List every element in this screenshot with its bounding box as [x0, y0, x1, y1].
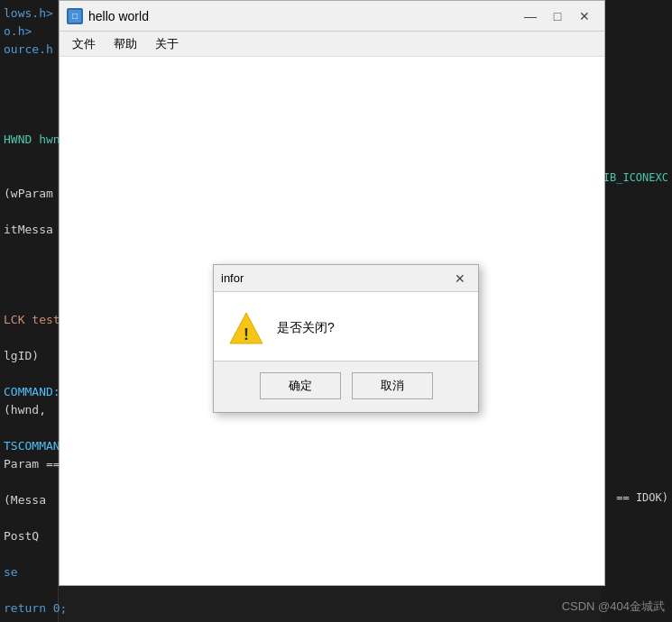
- code-line: se: [4, 563, 54, 581]
- code-line: PostQ: [4, 527, 54, 545]
- code-line: [4, 95, 54, 113]
- code-line: [4, 239, 54, 257]
- code-line: TSCOMMAN: [4, 437, 54, 455]
- menu-item-help[interactable]: 帮助: [105, 32, 146, 56]
- code-left-panel: lows.h> o.h> ource.h HWND hwn (wParam it…: [0, 0, 59, 622]
- code-line: LCK test: [4, 311, 54, 329]
- title-bar: □ hello world — □ ✕: [60, 1, 604, 32]
- code-right-panel: IB_ICONEXC == IDOK): [600, 0, 672, 622]
- dialog-title-bar: infor ✕: [214, 265, 478, 292]
- ok-button[interactable]: 确定: [260, 372, 341, 399]
- code-line: [4, 545, 54, 563]
- code-line: (wParam: [4, 185, 54, 203]
- warning-triangle-svg: !: [228, 310, 264, 346]
- code-line: [4, 257, 54, 275]
- code-line: [4, 509, 54, 527]
- code-line: [4, 581, 54, 599]
- code-line: [4, 59, 54, 77]
- code-line: Param ==: [4, 455, 54, 473]
- code-line: ource.h: [4, 41, 54, 59]
- code-line: [4, 365, 54, 383]
- code-line: [4, 77, 54, 95]
- code-line: [4, 275, 54, 293]
- menu-item-file[interactable]: 文件: [63, 32, 105, 56]
- dialog-separator: [214, 361, 478, 361]
- code-line: lgID): [4, 347, 54, 365]
- window-title: hello world: [88, 9, 516, 23]
- code-line: COMMAND:: [4, 383, 54, 401]
- close-button[interactable]: ✕: [572, 6, 597, 26]
- dialog-message: 是否关闭?: [277, 320, 335, 336]
- code-line: return 0;: [4, 599, 54, 617]
- code-line: o.h>: [4, 23, 54, 41]
- menu-bar: 文件 帮助 关于: [60, 32, 604, 57]
- csdn-watermark: CSDN @404金城武: [562, 599, 665, 615]
- dialog-title: infor: [221, 271, 449, 285]
- app-content: infor ✕ ! 是否关闭? 确定 取消: [60, 57, 604, 585]
- code-right-text-1: IB_ICONEXC: [603, 171, 668, 184]
- code-line: [4, 473, 54, 491]
- code-line: [4, 203, 54, 221]
- app-icon: □: [67, 8, 83, 24]
- dialog-body: ! 是否关闭?: [214, 292, 478, 361]
- code-line: [4, 419, 54, 437]
- dialog-close-button[interactable]: ✕: [449, 270, 471, 288]
- dialog-buttons: 确定 取消: [214, 372, 478, 412]
- maximize-button[interactable]: □: [545, 6, 570, 26]
- code-line: [4, 293, 54, 311]
- code-line: [4, 113, 54, 131]
- code-line: lows.h>: [4, 5, 54, 23]
- cancel-button[interactable]: 取消: [352, 372, 433, 399]
- code-right-text-2: == IDOK): [616, 491, 668, 504]
- svg-text:!: !: [244, 325, 249, 343]
- dialog: infor ✕ ! 是否关闭? 确定 取消: [213, 264, 479, 413]
- minimize-button[interactable]: —: [518, 6, 543, 26]
- menu-item-about[interactable]: 关于: [146, 32, 188, 56]
- code-line: HWND hwn: [4, 131, 54, 149]
- code-line: [4, 149, 54, 167]
- code-line: itMessa: [4, 221, 54, 239]
- app-window: □ hello world — □ ✕ 文件 帮助 关于 infor ✕: [59, 0, 605, 586]
- code-line: [4, 167, 54, 185]
- code-line: (hwnd,: [4, 401, 54, 419]
- code-line: (Messa: [4, 491, 54, 509]
- warning-icon: !: [228, 310, 264, 346]
- code-line: [4, 329, 54, 347]
